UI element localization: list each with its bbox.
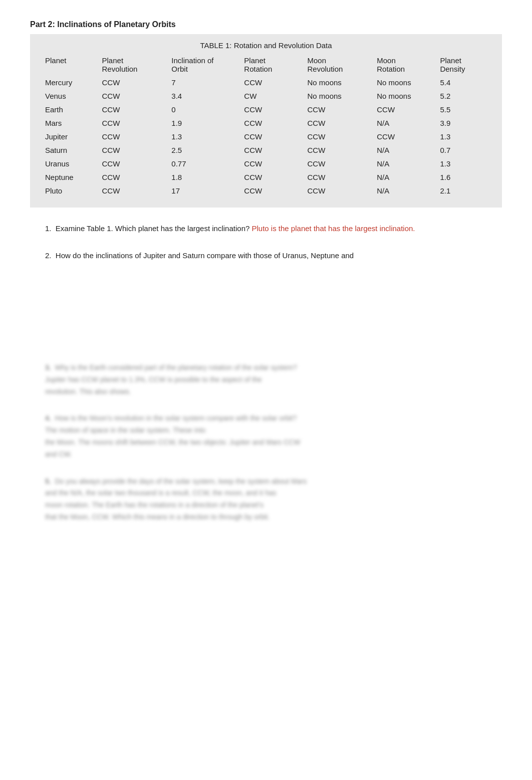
cell-moon-revolution: CCW bbox=[303, 170, 372, 184]
cell-moon-revolution: No moons bbox=[303, 89, 372, 103]
cell-planet: Jupiter bbox=[40, 130, 97, 143]
col-header-density: Planet Density bbox=[435, 54, 492, 76]
cell-density: 1.6 bbox=[435, 170, 492, 184]
cell-planet: Uranus bbox=[40, 157, 97, 170]
blurred-section: 3. Why is the Earth considered part of t… bbox=[30, 362, 502, 523]
cell-planet-rotation: CCW bbox=[239, 170, 302, 184]
blurred-question-5: 5. Do you always provide the days of the… bbox=[45, 476, 502, 523]
cell-planet-rotation: CCW bbox=[239, 116, 302, 130]
cell-planet-rotation: CCW bbox=[239, 157, 302, 170]
col-header-planet: Planet bbox=[40, 54, 97, 76]
cell-moon-rotation: N/A bbox=[372, 184, 435, 198]
cell-density: 0.7 bbox=[435, 143, 492, 157]
table-row: Neptune CCW 1.8 CCW CCW N/A 1.6 bbox=[40, 170, 492, 184]
table-row: Mercury CCW 7 CCW No moons No moons 5.4 bbox=[40, 76, 492, 89]
cell-moon-revolution: CCW bbox=[303, 157, 372, 170]
cell-inclination: 0.77 bbox=[166, 157, 239, 170]
cell-moon-revolution: CCW bbox=[303, 130, 372, 143]
cell-inclination: 1.9 bbox=[166, 116, 239, 130]
cell-moon-rotation: N/A bbox=[372, 143, 435, 157]
table-title: TABLE 1: Rotation and Revolution Data bbox=[40, 41, 492, 50]
cell-inclination: 3.4 bbox=[166, 89, 239, 103]
cell-density: 2.1 bbox=[435, 184, 492, 198]
table-row: Pluto CCW 17 CCW CCW N/A 2.1 bbox=[40, 184, 492, 198]
data-table: Planet Planet Revolution Inclination of … bbox=[40, 54, 492, 198]
cell-inclination: 0 bbox=[166, 103, 239, 116]
question-1-block: 1. Examine Table 1. Which planet has the… bbox=[30, 223, 502, 235]
cell-planet: Mercury bbox=[40, 76, 97, 89]
question-2-block: 2. How do the inclinations of Jupiter an… bbox=[30, 250, 502, 262]
cell-planet: Mars bbox=[40, 116, 97, 130]
cell-planet: Neptune bbox=[40, 170, 97, 184]
cell-inclination: 1.3 bbox=[166, 130, 239, 143]
cell-inclination: 1.8 bbox=[166, 170, 239, 184]
cell-inclination: 17 bbox=[166, 184, 239, 198]
table-row: Mars CCW 1.9 CCW CCW N/A 3.9 bbox=[40, 116, 492, 130]
table-row: Jupiter CCW 1.3 CCW CCW CCW 1.3 bbox=[40, 130, 492, 143]
cell-revolution: CCW bbox=[97, 143, 167, 157]
cell-moon-rotation: CCW bbox=[372, 130, 435, 143]
cell-moon-revolution: CCW bbox=[303, 143, 372, 157]
cell-moon-revolution: CCW bbox=[303, 103, 372, 116]
table-wrapper: TABLE 1: Rotation and Revolution Data Pl… bbox=[30, 34, 502, 208]
cell-planet-rotation: CCW bbox=[239, 76, 302, 89]
cell-planet-rotation: CW bbox=[239, 89, 302, 103]
col-header-inclination: Inclination of Orbit bbox=[166, 54, 239, 76]
cell-planet: Venus bbox=[40, 89, 97, 103]
cell-moon-revolution: CCW bbox=[303, 116, 372, 130]
cell-moon-rotation: CCW bbox=[372, 103, 435, 116]
cell-density: 1.3 bbox=[435, 130, 492, 143]
cell-revolution: CCW bbox=[97, 76, 167, 89]
cell-planet-rotation: CCW bbox=[239, 143, 302, 157]
cell-moon-rotation: N/A bbox=[372, 157, 435, 170]
cell-density: 5.2 bbox=[435, 89, 492, 103]
cell-revolution: CCW bbox=[97, 103, 167, 116]
cell-moon-rotation: N/A bbox=[372, 170, 435, 184]
col-header-moon-revolution: Moon Revolution bbox=[303, 54, 372, 76]
table-row: Saturn CCW 2.5 CCW CCW N/A 0.7 bbox=[40, 143, 492, 157]
cell-planet-rotation: CCW bbox=[239, 184, 302, 198]
cell-inclination: 2.5 bbox=[166, 143, 239, 157]
cell-planet: Saturn bbox=[40, 143, 97, 157]
cell-planet: Earth bbox=[40, 103, 97, 116]
cell-moon-revolution: No moons bbox=[303, 76, 372, 89]
question-1-answer: Pluto is the planet that has the largest… bbox=[251, 224, 415, 233]
cell-planet: Pluto bbox=[40, 184, 97, 198]
cell-moon-rotation: No moons bbox=[372, 76, 435, 89]
table-row: Venus CCW 3.4 CW No moons No moons 5.2 bbox=[40, 89, 492, 103]
cell-density: 3.9 bbox=[435, 116, 492, 130]
cell-moon-rotation: No moons bbox=[372, 89, 435, 103]
blurred-question-4: 4. How is the Moon's revolution in the s… bbox=[45, 413, 502, 460]
cell-density: 1.3 bbox=[435, 157, 492, 170]
cell-moon-rotation: N/A bbox=[372, 116, 435, 130]
part-heading: Part 2: Inclinations of Planetary Orbits bbox=[30, 20, 502, 29]
cell-revolution: CCW bbox=[97, 89, 167, 103]
blurred-question-3: 3. Why is the Earth considered part of t… bbox=[45, 362, 502, 398]
question-1-text: 1. Examine Table 1. Which planet has the… bbox=[45, 224, 415, 233]
cell-revolution: CCW bbox=[97, 184, 167, 198]
table-row: Earth CCW 0 CCW CCW CCW 5.5 bbox=[40, 103, 492, 116]
table-row: Uranus CCW 0.77 CCW CCW N/A 1.3 bbox=[40, 157, 492, 170]
cell-planet-rotation: CCW bbox=[239, 130, 302, 143]
cell-density: 5.4 bbox=[435, 76, 492, 89]
cell-density: 5.5 bbox=[435, 103, 492, 116]
cell-revolution: CCW bbox=[97, 130, 167, 143]
cell-moon-revolution: CCW bbox=[303, 184, 372, 198]
cell-planet-rotation: CCW bbox=[239, 103, 302, 116]
cell-revolution: CCW bbox=[97, 170, 167, 184]
cell-revolution: CCW bbox=[97, 157, 167, 170]
cell-inclination: 7 bbox=[166, 76, 239, 89]
cell-revolution: CCW bbox=[97, 116, 167, 130]
col-header-moon-rotation: Moon Rotation bbox=[372, 54, 435, 76]
col-header-planet-rotation: Planet Rotation bbox=[239, 54, 302, 76]
col-header-revolution: Planet Revolution bbox=[97, 54, 167, 76]
